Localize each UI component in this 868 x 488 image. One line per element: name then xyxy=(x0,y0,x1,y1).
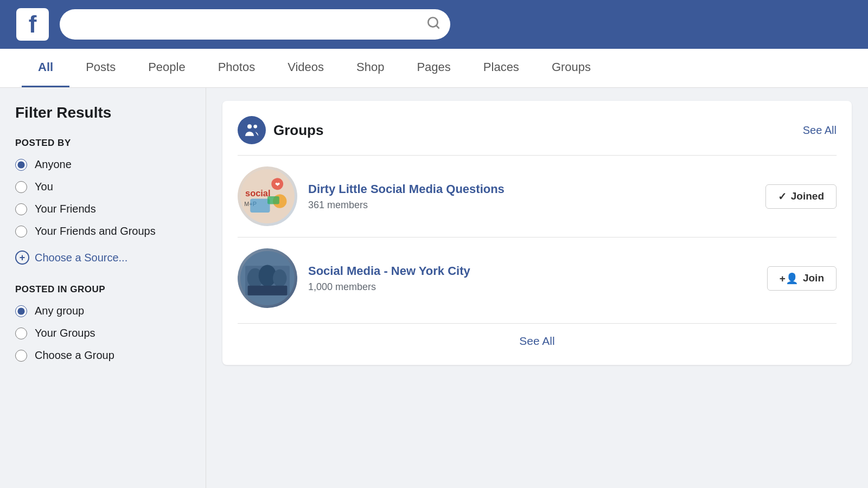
header: f social media xyxy=(0,0,868,49)
radio-you[interactable]: You xyxy=(15,181,190,193)
svg-line-1 xyxy=(436,25,439,28)
posted-by-group: Anyone You Your Friends Your Friends and… xyxy=(15,158,190,237)
main-results: Groups See All social M+P ❤ xyxy=(206,88,868,488)
join-label: Join xyxy=(803,272,824,284)
svg-rect-17 xyxy=(248,286,288,296)
joined-button[interactable]: ✓ Joined xyxy=(765,184,837,209)
filter-title: Filter Results xyxy=(15,104,190,121)
search-input[interactable]: social media xyxy=(69,17,420,31)
see-all-bottom-link[interactable]: See All xyxy=(519,335,554,347)
radio-friends-groups[interactable]: Your Friends and Groups xyxy=(15,225,190,237)
groups-icon xyxy=(238,116,266,144)
choose-source-link[interactable]: + Choose a Source... xyxy=(15,251,190,265)
svg-point-2 xyxy=(247,124,252,129)
join-button[interactable]: +👤 Join xyxy=(767,266,837,291)
tab-all[interactable]: All xyxy=(22,49,69,87)
choose-source-label: Choose a Source... xyxy=(35,252,127,264)
groups-section-title: Groups xyxy=(273,122,323,139)
tab-photos[interactable]: Photos xyxy=(202,49,272,87)
groups-section: Groups See All social M+P ❤ xyxy=(222,101,852,365)
radio-your-friends[interactable]: Your Friends xyxy=(15,203,190,215)
nav-tabs: All Posts People Photos Videos Shop Page… xyxy=(0,49,868,88)
joined-label: Joined xyxy=(791,190,824,202)
svg-point-16 xyxy=(273,269,286,287)
group-members-1: 361 members xyxy=(308,200,755,211)
section-title-area: Groups xyxy=(238,116,323,144)
svg-text:❤: ❤ xyxy=(275,181,280,188)
search-button[interactable] xyxy=(426,16,441,34)
svg-rect-9 xyxy=(250,199,270,213)
facebook-logo: f xyxy=(16,8,49,41)
tab-groups[interactable]: Groups xyxy=(535,49,607,87)
group-avatar-2 xyxy=(238,248,297,308)
svg-point-3 xyxy=(253,125,257,129)
group-avatar-1: social M+P ❤ xyxy=(238,166,297,226)
checkmark-icon: ✓ xyxy=(778,190,787,203)
tab-pages[interactable]: Pages xyxy=(400,49,467,87)
group-item-1: social M+P ❤ Dirty Little Social Media Q… xyxy=(238,155,837,237)
posted-in-group-group: Any group Your Groups Choose a Group xyxy=(15,305,190,362)
tab-posts[interactable]: Posts xyxy=(69,49,132,87)
radio-any-group[interactable]: Any group xyxy=(15,305,190,317)
radio-anyone[interactable]: Anyone xyxy=(15,158,190,171)
see-all-top-link[interactable]: See All xyxy=(803,124,837,137)
search-bar: social media xyxy=(60,9,450,40)
see-all-bottom: See All xyxy=(238,323,837,350)
sidebar: Filter Results POSTED BY Anyone You Your… xyxy=(0,88,206,488)
tab-people[interactable]: People xyxy=(132,49,202,87)
tab-videos[interactable]: Videos xyxy=(271,49,340,87)
svg-rect-11 xyxy=(267,196,279,204)
radio-choose-group[interactable]: Choose a Group xyxy=(15,349,190,362)
radio-your-groups[interactable]: Your Groups xyxy=(15,327,190,339)
svg-text:social: social xyxy=(245,188,270,198)
section-header: Groups See All xyxy=(238,116,837,144)
group-name-1[interactable]: Dirty Little Social Media Questions xyxy=(308,182,755,196)
content-area: Filter Results POSTED BY Anyone You Your… xyxy=(0,88,868,488)
tab-places[interactable]: Places xyxy=(467,49,535,87)
posted-in-group-title: POSTED IN GROUP xyxy=(15,284,190,295)
group-info-2: Social Media - New York City 1,000 membe… xyxy=(308,264,756,293)
group-info-1: Dirty Little Social Media Questions 361 … xyxy=(308,182,755,211)
tab-shop[interactable]: Shop xyxy=(340,49,400,87)
group-members-2: 1,000 members xyxy=(308,281,756,293)
add-person-icon: +👤 xyxy=(780,272,799,285)
plus-circle-icon: + xyxy=(15,251,29,265)
posted-by-title: POSTED BY xyxy=(15,138,190,149)
group-item-2: Social Media - New York City 1,000 membe… xyxy=(238,237,837,319)
group-name-2[interactable]: Social Media - New York City xyxy=(308,264,756,278)
